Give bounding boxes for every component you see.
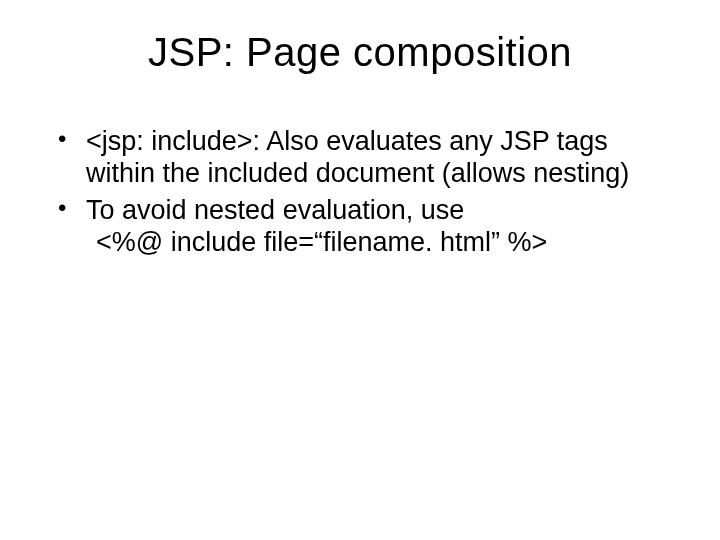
- bullet-list: <jsp: include>: Also evaluates any JSP t…: [50, 125, 670, 259]
- slide: JSP: Page composition <jsp: include>: Al…: [0, 0, 720, 540]
- list-item: To avoid nested evaluation, use <%@ incl…: [50, 194, 670, 259]
- bullet-text-line1: To avoid nested evaluation, use: [86, 195, 464, 225]
- list-item: <jsp: include>: Also evaluates any JSP t…: [50, 125, 670, 190]
- slide-title: JSP: Page composition: [40, 30, 680, 75]
- bullet-text: <jsp: include>: Also evaluates any JSP t…: [86, 126, 629, 188]
- bullet-text-line2: <%@ include file=“filename. html” %>: [86, 226, 670, 258]
